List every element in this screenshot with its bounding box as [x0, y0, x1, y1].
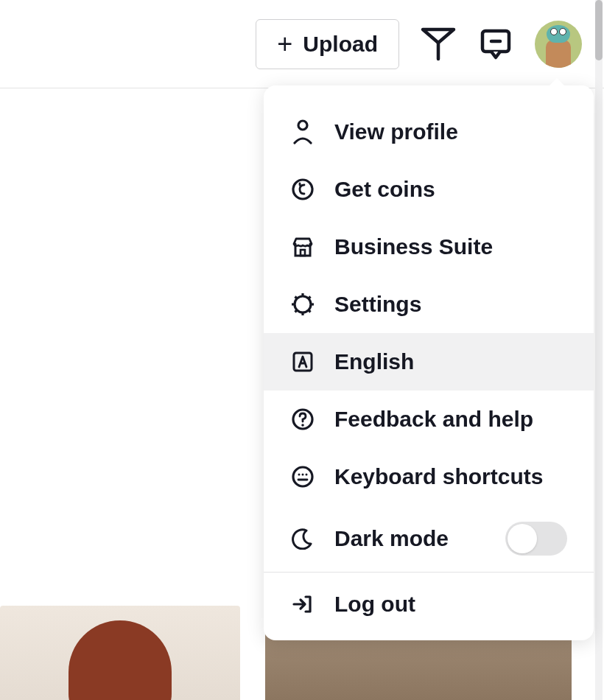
- menu-item-logout[interactable]: Log out: [264, 573, 594, 640]
- dark-mode-toggle[interactable]: [505, 522, 567, 556]
- menu-label: Log out: [334, 592, 567, 617]
- menu-item-dark-mode: Dark mode: [264, 505, 594, 572]
- scrollbar-thumb[interactable]: [595, 0, 603, 60]
- avatar[interactable]: [535, 21, 582, 68]
- help-icon: [290, 407, 315, 432]
- menu-label: Settings: [334, 292, 567, 317]
- toggle-knob: [508, 524, 537, 553]
- svg-rect-4: [301, 250, 305, 256]
- menu-label: Feedback and help: [334, 407, 567, 432]
- menu-item-view-profile[interactable]: View profile: [264, 103, 594, 161]
- inbox-icon[interactable]: [477, 26, 514, 63]
- svg-line-13: [309, 297, 311, 299]
- svg-point-20: [306, 474, 308, 476]
- language-icon: [290, 349, 315, 374]
- menu-item-settings[interactable]: Settings: [264, 276, 594, 333]
- menu-label: Business Suite: [334, 234, 567, 259]
- profile-dropdown: View profile Get coins Business Suite: [264, 85, 594, 640]
- upload-label: Upload: [303, 32, 378, 57]
- svg-line-11: [309, 310, 311, 312]
- keyboard-icon: [290, 464, 315, 489]
- svg-point-3: [293, 180, 312, 199]
- gear-icon: [290, 292, 315, 317]
- svg-line-10: [295, 297, 298, 299]
- video-thumbnail[interactable]: [0, 606, 240, 700]
- menu-label: English: [334, 349, 567, 374]
- menu-label: Keyboard shortcuts: [334, 464, 567, 489]
- menu-item-get-coins[interactable]: Get coins: [264, 161, 594, 218]
- plus-icon: +: [277, 38, 292, 51]
- messages-icon[interactable]: [420, 26, 457, 63]
- menu-item-feedback[interactable]: Feedback and help: [264, 391, 594, 448]
- menu-item-business-suite[interactable]: Business Suite: [264, 218, 594, 276]
- person-icon: [290, 119, 315, 144]
- upload-button[interactable]: + Upload: [256, 19, 399, 69]
- svg-point-18: [298, 474, 301, 476]
- svg-point-19: [302, 474, 304, 476]
- svg-point-2: [298, 121, 307, 130]
- moon-icon: [290, 526, 315, 551]
- scrollbar[interactable]: [595, 0, 603, 700]
- coin-icon: [290, 177, 315, 202]
- header: + Upload: [0, 0, 604, 88]
- svg-point-16: [301, 424, 304, 427]
- menu-item-language[interactable]: English: [264, 333, 594, 391]
- logout-icon: [290, 592, 315, 617]
- store-icon: [290, 234, 315, 259]
- menu-label: View profile: [334, 119, 567, 144]
- menu-label: Dark mode: [334, 526, 486, 551]
- svg-line-12: [295, 310, 298, 312]
- menu-item-shortcuts[interactable]: Keyboard shortcuts: [264, 448, 594, 505]
- menu-label: Get coins: [334, 177, 567, 202]
- svg-point-17: [293, 467, 312, 486]
